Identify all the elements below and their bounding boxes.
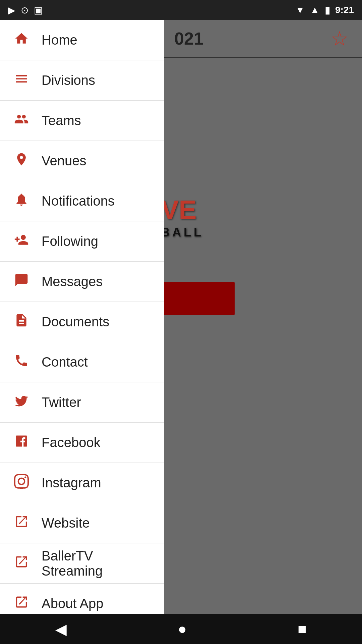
sidebar-label-ballertv: BallerTV Streaming [42,548,152,579]
sidebar-label-instagram: Instagram [42,475,101,490]
status-bar: ▶ ⊙ ▣ ▼ ▲ ▮ 9:21 [0,0,362,20]
sidebar-label-venues: Venues [42,153,86,168]
back-button[interactable]: ◀ [52,617,70,641]
sidebar-label-following: Following [42,234,98,249]
logo-main: VE [161,195,204,225]
sidebar-label-teams: Teams [42,113,81,128]
background-year: 021 [174,20,203,57]
background-red-button [161,282,235,315]
sidebar-item-twitter[interactable]: Twitter [0,382,164,423]
sidebar-item-contact[interactable]: Contact [0,342,164,382]
status-icons-right: ▼ ▲ ▮ 9:21 [296,5,354,16]
about-icon [12,595,31,613]
teams-icon [12,112,31,130]
background-logo: VE BALL [161,195,204,239]
play-icon: ▶ [8,5,15,16]
sidebar-item-instagram[interactable]: Instagram [0,463,164,503]
sidebar-label-notifications: Notifications [42,194,115,209]
twitter-icon [12,393,31,412]
record-icon: ⊙ [21,5,28,16]
notifications-icon [12,192,31,210]
home-icon [12,31,31,49]
sidebar-label-website: Website [42,516,90,531]
sidebar-label-about: About App [42,596,104,611]
wifi-icon: ▼ [296,5,305,15]
battery-icon: ▮ [325,5,330,16]
messages-icon [12,273,31,291]
sidebar-item-facebook[interactable]: Facebook [0,423,164,463]
home-button[interactable]: ● [174,617,190,641]
sidebar-label-twitter: Twitter [42,395,81,410]
sidebar-label-documents: Documents [42,314,109,329]
sidebar-item-ballertv[interactable]: BallerTV Streaming [0,543,164,584]
instagram-icon [12,474,31,492]
following-icon [12,232,31,251]
sidebar-item-divisions[interactable]: Divisions [0,60,164,101]
logo-sub: BALL [161,225,204,239]
sidebar-item-venues[interactable]: Venues [0,141,164,181]
side-drawer: HomeDivisionsTeamsVenuesNotificationsFol… [0,20,164,644]
sidebar-item-home[interactable]: Home [0,20,164,60]
divisions-icon [12,71,31,90]
website-icon [12,514,31,532]
contact-icon [12,353,31,371]
sidebar-item-documents[interactable]: Documents [0,302,164,342]
sidebar-label-facebook: Facebook [42,435,101,450]
sidebar-item-messages[interactable]: Messages [0,262,164,302]
sidebar-item-notifications[interactable]: Notifications [0,181,164,221]
sidebar-item-following[interactable]: Following [0,221,164,262]
time-display: 9:21 [335,5,354,15]
venues-icon [12,152,31,170]
favorite-button[interactable]: ☆ [330,20,349,57]
documents-icon [12,313,31,331]
ballertv-icon [12,554,31,573]
sidebar-label-divisions: Divisions [42,73,95,88]
sidebar-label-home: Home [42,33,77,48]
recent-button[interactable]: ■ [294,617,310,641]
sidebar-item-teams[interactable]: Teams [0,101,164,141]
sidebar-label-messages: Messages [42,274,103,289]
signal-icon: ▲ [310,5,319,15]
sidebar-item-website[interactable]: Website [0,503,164,543]
sidebar-label-contact: Contact [42,355,88,370]
facebook-icon [12,434,31,452]
bottom-navigation: ◀ ● ■ [0,614,362,644]
status-icons-left: ▶ ⊙ ▣ [8,5,43,16]
sim-icon: ▣ [34,5,43,16]
